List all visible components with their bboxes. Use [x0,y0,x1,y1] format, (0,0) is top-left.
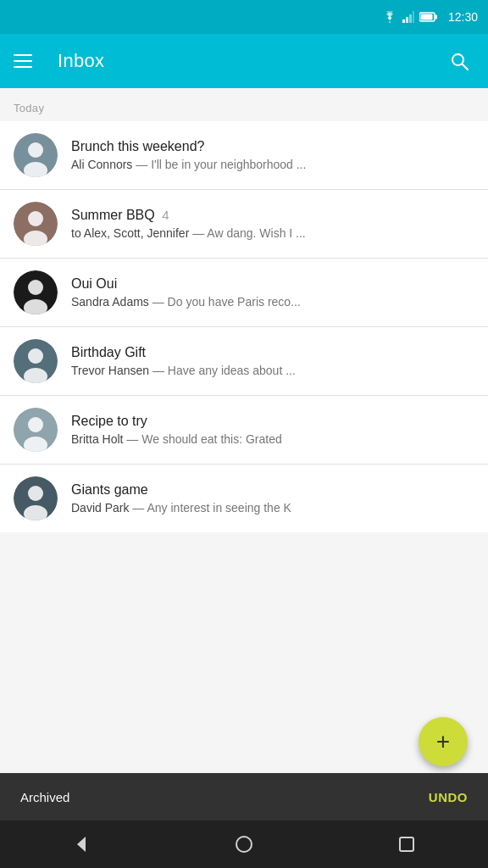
status-icons: 12:30 [382,10,478,24]
status-time: 12:30 [448,10,478,24]
svg-rect-29 [400,837,413,851]
signal-icon [402,11,414,23]
svg-rect-5 [420,14,432,20]
section-today: Today [0,88,488,121]
email-subject: Brunch this weekend? [71,139,474,154]
snackbar: Archived UNDO [0,773,488,821]
compose-fab[interactable]: + [419,717,468,766]
email-preview: to Alex, Scott, Jennifer — Aw dang. Wish… [71,226,474,240]
svg-rect-2 [409,14,412,23]
wifi-icon [382,11,397,23]
recents-button[interactable] [381,821,432,868]
email-subject: Summer BBQ 4 [71,208,474,223]
email-sender: to Alex, Scott, Jennifer [71,226,189,240]
email-item[interactable]: Birthday GiftTrevor Hansen — Have any id… [0,327,488,396]
email-item[interactable]: Giants gameDavid Park — Any interest in … [0,465,488,532]
svg-rect-0 [402,19,405,23]
back-button[interactable] [56,821,107,868]
battery-icon [419,12,438,22]
svg-point-25 [28,486,43,501]
email-content: Birthday GiftTrevor Hansen — Have any id… [71,345,474,377]
svg-point-10 [28,142,43,158]
svg-rect-6 [435,15,437,19]
email-subject: Recipe to try [71,414,474,429]
avatar [14,202,58,246]
svg-marker-27 [77,837,86,852]
app-bar: Inbox [0,34,488,88]
search-button[interactable] [444,46,474,76]
email-sender: Sandra Adams [71,295,149,309]
svg-point-28 [236,837,252,852]
email-preview: Ali Connors — I'll be in your neighborho… [71,158,474,171]
avatar [14,476,58,520]
email-sender: Ali Connors [71,158,132,171]
email-content: Giants gameDavid Park — Any interest in … [71,482,474,515]
email-content: Brunch this weekend?Ali Connors — I'll b… [71,139,474,171]
back-icon [72,835,91,854]
email-subject: Oui Oui [71,276,474,292]
email-subject: Birthday Gift [71,345,474,360]
email-sender: David Park [71,501,129,515]
search-icon [449,51,469,71]
email-item[interactable]: Oui OuiSandra Adams — Do you have Paris … [0,259,488,327]
app-bar-title: Inbox [58,50,444,72]
menu-button[interactable] [14,47,41,75]
recents-icon [397,835,416,854]
svg-rect-1 [406,17,408,23]
content-area: Today Brunch this weekend?Ali Connors — … [0,88,488,773]
email-preview: Sandra Adams — Do you have Paris reco... [71,295,474,309]
email-sender: Britta Holt [71,432,123,446]
email-item[interactable]: Brunch this weekend?Ali Connors — I'll b… [0,121,488,190]
svg-point-22 [28,417,43,432]
email-content: Oui OuiSandra Adams — Do you have Paris … [71,276,474,309]
undo-button[interactable]: UNDO [429,790,468,804]
status-bar: 12:30 [0,0,488,34]
avatar [14,270,58,314]
email-count: 4 [162,208,169,222]
email-preview: Britta Holt — We should eat this: Grated [71,432,474,446]
avatar [14,133,58,177]
svg-rect-3 [413,11,414,23]
email-content: Summer BBQ 4to Alex, Scott, Jennifer — A… [71,208,474,240]
svg-line-8 [463,64,469,70]
email-preview: David Park — Any interest in seeing the … [71,501,474,515]
home-icon [235,835,253,854]
avatar [14,339,58,383]
home-button[interactable] [219,821,269,868]
compose-icon: + [436,730,450,754]
svg-point-16 [28,280,43,295]
email-sender: Trevor Hansen [71,364,149,377]
email-item[interactable]: Summer BBQ 4to Alex, Scott, Jennifer — A… [0,190,488,259]
snackbar-message: Archived [20,790,69,804]
email-list: Brunch this weekend?Ali Connors — I'll b… [0,121,488,532]
email-subject: Giants game [71,482,474,498]
bottom-navigation [0,821,488,868]
avatar [14,408,58,452]
email-content: Recipe to tryBritta Holt — We should eat… [71,414,474,446]
svg-point-13 [28,211,43,226]
email-item[interactable]: Recipe to tryBritta Holt — We should eat… [0,396,488,465]
email-preview: Trevor Hansen — Have any ideas about ... [71,364,474,377]
svg-point-19 [28,348,43,364]
